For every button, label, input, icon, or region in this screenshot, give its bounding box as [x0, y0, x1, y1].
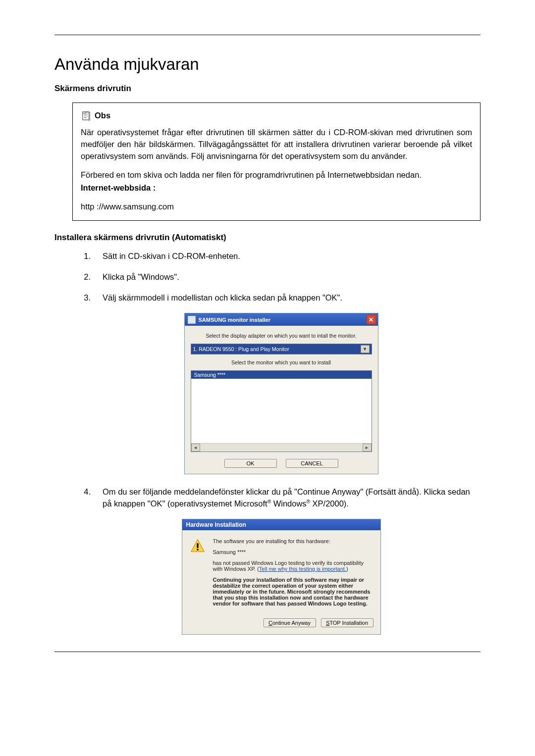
- note-heading: Obs: [81, 110, 472, 122]
- dialog-line-2: has not passed Windows Logo testing to v…: [213, 560, 374, 572]
- adapter-select[interactable]: 1. RADEON 9550 : Plug and Play Monitor ▼: [191, 344, 372, 354]
- step-number: 4.: [82, 486, 91, 510]
- ok-button[interactable]: OK: [224, 459, 277, 468]
- page-title: Använda mjukvaran: [54, 55, 481, 74]
- note-para-1: När operativsystemet frågar efter drivru…: [81, 127, 472, 162]
- warning-icon: [190, 538, 205, 553]
- why-testing-link[interactable]: Tell me why this testing is important.: [259, 566, 346, 572]
- stop-installation-label: TOP Installation: [329, 620, 368, 626]
- step-number: 1.: [82, 251, 91, 262]
- step-2: 2. Klicka på "Windows".: [82, 271, 481, 283]
- note-heading-text: Obs: [95, 110, 110, 122]
- step-1: 1. Sätt in CD-skivan i CD-ROM-enheten.: [82, 251, 481, 262]
- close-icon[interactable]: ✕: [367, 315, 376, 324]
- dialog-body-text: The software you are installing for this…: [213, 538, 374, 608]
- hardware-installation-dialog: Hardware Installation The software you a…: [182, 519, 381, 635]
- step-text: Välj skärmmodell i modellistan och klick…: [103, 292, 481, 304]
- step-text: Sätt in CD-skivan i CD-ROM-enheten.: [103, 251, 481, 262]
- continue-anyway-button[interactable]: Continue Anyway: [264, 618, 316, 627]
- step-number: 3.: [82, 292, 91, 304]
- note-url-label: Internet-webbsida :: [81, 182, 472, 194]
- bottom-divider: [54, 652, 481, 652]
- cancel-button[interactable]: CANCEL: [286, 459, 338, 468]
- horizontal-scrollbar[interactable]: ◄ ►: [191, 443, 372, 452]
- dialog-message-2: Select the monitor which you want to ins…: [191, 359, 372, 365]
- registered-symbol: ®: [307, 499, 310, 504]
- list-item[interactable]: Samsung ****: [191, 371, 372, 379]
- dialog-title-text: SAMSUNG monitor installer: [199, 317, 270, 323]
- dialog-titlebar: Hardware Installation: [182, 519, 380, 530]
- dialog-device-name: Samsung ****: [213, 549, 374, 555]
- dialog-warning-bold: Continuing your installation of this sof…: [213, 577, 374, 606]
- dialog-titlebar: SAMSUNG monitor installer ✕: [185, 313, 378, 326]
- scroll-left-icon[interactable]: ◄: [191, 444, 200, 452]
- top-divider: [54, 35, 481, 35]
- note-para-2: Förbered en tom skiva och ladda ner file…: [81, 169, 472, 181]
- monitor-list[interactable]: Samsung **** ◄ ►: [191, 370, 372, 452]
- adapter-select-value: 1. RADEON 9550 : Plug and Play Monitor: [193, 346, 289, 352]
- note-box: Obs När operativsystemet frågar efter dr…: [72, 102, 481, 221]
- monitor-installer-dialog: SAMSUNG monitor installer ✕ Select the d…: [184, 313, 378, 474]
- section-driver-heading: Skärmens drivrutin: [54, 84, 481, 94]
- continue-anyway-label: ontinue Anyway: [272, 620, 311, 626]
- svg-rect-1: [197, 543, 198, 548]
- step-4: 4. Om du ser följande meddelandefönster …: [82, 486, 481, 510]
- step-text: Om du ser följande meddelandefönster kli…: [103, 486, 481, 510]
- scroll-right-icon[interactable]: ►: [363, 444, 372, 452]
- note-icon: [81, 110, 92, 121]
- section-install-heading: Installera skärmens drivrutin (Automatis…: [54, 233, 481, 243]
- list-empty-space: [191, 379, 372, 443]
- note-url: http ://www.samsung.com: [81, 201, 472, 213]
- step-3: 3. Välj skärmmodell i modellistan och kl…: [82, 292, 481, 304]
- dialog-line-1: The software you are installing for this…: [213, 538, 374, 544]
- svg-rect-2: [197, 549, 198, 551]
- app-icon: [188, 316, 196, 324]
- chevron-down-icon[interactable]: ▼: [361, 345, 370, 353]
- step-number: 2.: [82, 271, 91, 283]
- registered-symbol: ®: [268, 499, 271, 504]
- step-text: Klicka på "Windows".: [103, 271, 481, 283]
- dialog-message-1: Select the display adapter on which you …: [191, 333, 372, 339]
- stop-installation-button[interactable]: STOP Installation: [321, 618, 374, 627]
- steps-list: 1. Sätt in CD-skivan i CD-ROM-enheten. 2…: [82, 251, 481, 635]
